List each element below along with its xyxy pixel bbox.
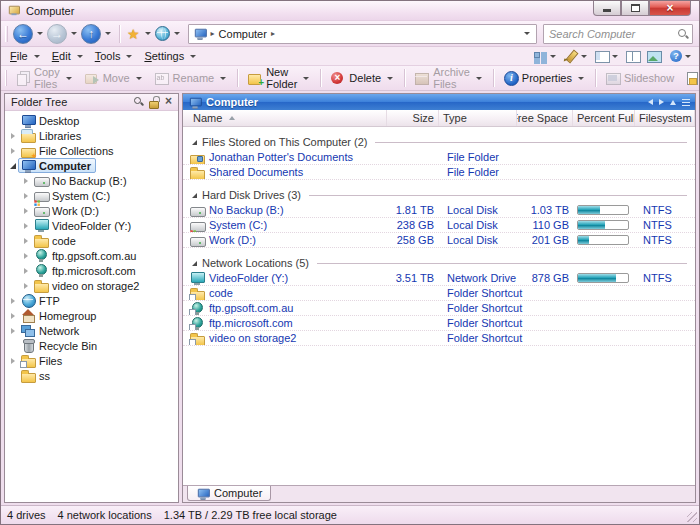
- tree-item-labelbox[interactable]: ss: [18, 368, 55, 383]
- panel-back-icon[interactable]: [648, 99, 653, 105]
- tree-item-labelbox[interactable]: Computer: [18, 158, 96, 173]
- tree-item-labelbox[interactable]: No Backup (B:): [31, 173, 132, 188]
- go-globe-icon[interactable]: [155, 26, 170, 41]
- breadcrumb-item-computer[interactable]: Computer: [219, 28, 267, 40]
- file-row-work-d-[interactable]: Work (D:)258 GBLocal Disk201 GBNTFS: [183, 233, 695, 248]
- group-collapse-icon[interactable]: [192, 193, 197, 198]
- resize-grip[interactable]: [687, 512, 697, 522]
- search-icon[interactable]: [677, 28, 689, 40]
- titlebar[interactable]: Computer ×: [1, 1, 699, 21]
- tree-expander-icon[interactable]: [21, 193, 31, 199]
- view-mode-button[interactable]: [530, 48, 560, 65]
- file-row-ftp-microsoft-com[interactable]: ftp.microsoft.comFolder Shortcut: [183, 316, 695, 331]
- folder-format-button[interactable]: [592, 48, 622, 65]
- file-row-system-c-[interactable]: System (C:)238 GBLocal Disk110 GBNTFS: [183, 218, 695, 233]
- tree-expander-icon[interactable]: [8, 313, 18, 319]
- tree-expander-icon[interactable]: [21, 238, 31, 244]
- dropdown-caret-icon[interactable]: [685, 55, 691, 58]
- tree-item-ftp[interactable]: FTP: [5, 293, 178, 308]
- viewer-pane-button[interactable]: [644, 48, 664, 65]
- up-dropdown-icon[interactable]: [105, 32, 111, 35]
- tree-item-labelbox[interactable]: video on storage2: [31, 278, 144, 293]
- search-input[interactable]: [549, 28, 677, 40]
- tree-item-labelbox[interactable]: System (C:): [31, 188, 115, 203]
- file-row-video-on-storage2[interactable]: video on storage2Folder Shortcut: [183, 331, 695, 346]
- file-row-ftp-gpsoft-com-au[interactable]: ftp.gpsoft.com.auFolder Shortcut: [183, 301, 695, 316]
- new-folder-button[interactable]: New Folder: [242, 68, 316, 89]
- tree-expander-icon[interactable]: [21, 223, 31, 229]
- tree-item-labelbox[interactable]: Work (D:): [31, 203, 104, 218]
- forward-button[interactable]: →: [47, 24, 67, 44]
- dropdown-caret-icon[interactable]: [66, 77, 72, 80]
- go-dropdown-icon[interactable]: [174, 32, 180, 35]
- tree-item-computer[interactable]: Computer: [5, 158, 178, 173]
- group-collapse-icon[interactable]: [192, 140, 197, 145]
- file-row-videofolder-y-[interactable]: VideoFolder (Y:)3.51 TBNetwork Drive878 …: [183, 271, 695, 286]
- dropdown-caret-icon[interactable]: [612, 55, 618, 58]
- tree-item-desktop[interactable]: Desktop: [5, 113, 178, 128]
- minimize-button[interactable]: [593, 1, 621, 16]
- tree-unlock-icon[interactable]: [148, 96, 160, 108]
- tree-item-no-backup-b-[interactable]: No Backup (B:): [5, 173, 178, 188]
- tree-item-labelbox[interactable]: File Collections: [18, 143, 119, 158]
- tree-item-labelbox[interactable]: Recycle Bin: [18, 338, 102, 353]
- tree-item-labelbox[interactable]: Libraries: [18, 128, 86, 143]
- dropdown-caret-icon[interactable]: [476, 77, 482, 80]
- maximize-button[interactable]: [621, 1, 649, 16]
- back-button[interactable]: ←: [13, 24, 33, 44]
- favorites-dropdown-icon[interactable]: [145, 32, 151, 35]
- breadcrumb-dropdown-icon[interactable]: [524, 32, 530, 35]
- dual-pane-button[interactable]: [623, 48, 643, 65]
- delete-button[interactable]: Delete: [325, 68, 400, 89]
- tree-expander-icon[interactable]: [8, 328, 18, 334]
- column-header-name[interactable]: Name: [183, 110, 387, 126]
- forward-dropdown-icon[interactable]: [71, 32, 77, 35]
- back-dropdown-icon[interactable]: [37, 32, 43, 35]
- panel-up-icon[interactable]: [670, 100, 676, 105]
- tree-item-system-c-[interactable]: System (C:): [5, 188, 178, 203]
- menu-settings[interactable]: Settings: [139, 48, 203, 65]
- dropdown-caret-icon[interactable]: [220, 77, 226, 80]
- tab-computer[interactable]: Computer: [187, 486, 271, 501]
- tree-close-icon[interactable]: [163, 96, 175, 108]
- up-button[interactable]: ↑: [81, 24, 101, 44]
- column-header-percent-full[interactable]: Percent Full: [573, 110, 635, 126]
- tree-item-recycle-bin[interactable]: Recycle Bin: [5, 338, 178, 353]
- tree-item-videofolder-y-[interactable]: VideoFolder (Y:): [5, 218, 178, 233]
- menu-tools[interactable]: Tools: [90, 48, 140, 65]
- tree-item-ftp-microsoft-com[interactable]: ftp.microsoft.com: [5, 263, 178, 278]
- tree-item-ftp-gpsoft-com-au[interactable]: ftp.gpsoft.com.au: [5, 248, 178, 263]
- tree-item-labelbox[interactable]: Desktop: [18, 113, 84, 128]
- dropdown-caret-icon[interactable]: [550, 55, 556, 58]
- tree-expander-icon[interactable]: [21, 283, 31, 289]
- panel-menu-icon[interactable]: [682, 99, 690, 106]
- tree-expander-icon[interactable]: [21, 208, 31, 214]
- group-header[interactable]: Files Stored on This Computer (2): [183, 134, 695, 150]
- dropdown-caret-icon[interactable]: [190, 55, 196, 58]
- tree-item-labelbox[interactable]: FTP: [18, 293, 65, 308]
- group-header[interactable]: Hard Disk Drives (3): [183, 187, 695, 203]
- file-row-code[interactable]: codeFolder Shortcut: [183, 286, 695, 301]
- tree-item-libraries[interactable]: Libraries: [5, 128, 178, 143]
- menu-file[interactable]: File: [5, 48, 47, 65]
- tree-item-homegroup[interactable]: Homegroup: [5, 308, 178, 323]
- tree-expander-icon[interactable]: [8, 133, 18, 139]
- dropdown-caret-icon[interactable]: [303, 77, 309, 80]
- dropdown-caret-icon[interactable]: [136, 77, 142, 80]
- tree-item-file-collections[interactable]: File Collections: [5, 143, 178, 158]
- breadcrumb-separator-icon[interactable]: ▸: [271, 29, 275, 38]
- tree-expander-icon[interactable]: [21, 253, 31, 259]
- help-button[interactable]: [665, 48, 695, 65]
- tree-item-work-d-[interactable]: Work (D:): [5, 203, 178, 218]
- tree-search-icon[interactable]: [133, 96, 145, 108]
- file-row-jonathan-potter-s-documents[interactable]: Jonathan Potter's DocumentsFile Folder: [183, 150, 695, 165]
- menu-edit[interactable]: Edit: [47, 48, 90, 65]
- tree-item-labelbox[interactable]: Homegroup: [18, 308, 101, 323]
- column-header-size[interactable]: Size: [387, 110, 439, 126]
- tree-expander-icon[interactable]: [21, 268, 31, 274]
- column-header-free-space[interactable]: Free Space: [517, 110, 573, 126]
- tree-item-labelbox[interactable]: ftp.microsoft.com: [31, 263, 141, 278]
- favorites-star-icon[interactable]: ★: [126, 26, 141, 42]
- tree-item-network[interactable]: Network: [5, 323, 178, 338]
- tree-item-code[interactable]: code: [5, 233, 178, 248]
